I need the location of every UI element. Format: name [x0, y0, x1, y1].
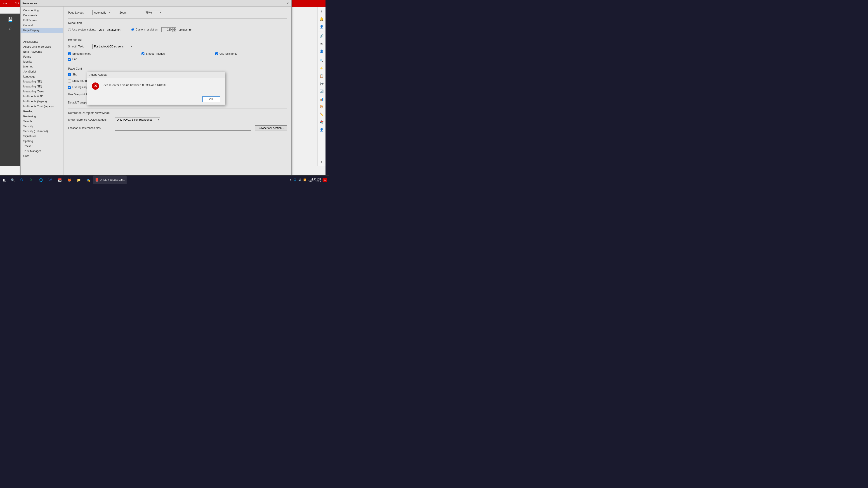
- menu-edit[interactable]: Edit: [13, 1, 21, 5]
- taskbar-wifi-icon[interactable]: 📶: [303, 178, 307, 182]
- taskbar-time[interactable]: 2:34 PM 31/01/2023: [308, 177, 321, 183]
- sidebar-search-icon[interactable]: 🔍: [318, 57, 325, 64]
- alert-dialog: Adobe Acrobat ✕ Please enter a value bet…: [87, 72, 225, 105]
- alert-footer: OK: [87, 94, 225, 105]
- start-button[interactable]: ⊞: [0, 175, 9, 185]
- taskbar-time-value: 2:34 PM: [308, 177, 321, 180]
- sidebar-link-icon[interactable]: 🔗: [318, 32, 325, 39]
- taskbar-word-app[interactable]: W: [46, 175, 55, 185]
- sidebar-comment-icon[interactable]: 💬: [318, 80, 325, 87]
- sidebar-mail-icon[interactable]: ✉: [318, 40, 325, 47]
- right-sidebar: ? 🔔 👤 🔗 ✉ 👤 🔍 ⚡ 📋 💬 🔄 📊 🎨 ✏️ 📚 👤 ↕: [317, 7, 326, 166]
- taskbar-calendar-app[interactable]: 📅: [55, 175, 64, 185]
- alert-ok-button[interactable]: OK: [202, 96, 220, 102]
- taskbar-firefox-app[interactable]: 🦊: [65, 175, 74, 185]
- sidebar-account-icon[interactable]: 👤: [318, 23, 325, 30]
- sidebar-pages-icon[interactable]: 📋: [318, 72, 325, 79]
- alert-x-symbol: ✕: [94, 84, 97, 89]
- taskbar-excel-app[interactable]: X: [27, 175, 36, 185]
- taskbar-misc-app[interactable]: 🎭: [84, 175, 93, 185]
- taskbar-files-app[interactable]: 📁: [74, 175, 83, 185]
- preferences-dialog: Preferences ✕ Commenting Documents Full …: [20, 0, 291, 176]
- alert-overlay: Adobe Acrobat ✕ Please enter a value bet…: [21, 0, 291, 176]
- home-sidebar: 💾 ☆: [0, 13, 20, 166]
- sidebar-export-icon[interactable]: 🔄: [318, 88, 325, 95]
- sidebar-table-icon[interactable]: 📊: [318, 95, 325, 103]
- taskbar-outlook-app[interactable]: O: [17, 175, 26, 185]
- sidebar-pen-icon[interactable]: ✏️: [318, 111, 325, 118]
- alert-titlebar: Adobe Acrobat: [87, 72, 225, 78]
- sidebar-doc-icon[interactable]: 📚: [318, 119, 325, 126]
- sidebar-help-icon[interactable]: ?: [318, 8, 325, 15]
- taskbar-acrobat-label: ORDER_WEB31688...: [100, 178, 125, 181]
- taskbar-volume-icon[interactable]: 🔊: [298, 178, 302, 182]
- taskbar-right: ∧ 🌐 🔊 📶 2:34 PM 31/01/2023 23: [290, 177, 329, 183]
- taskbar-chrome-app[interactable]: 🌐: [36, 175, 45, 185]
- alert-error-icon: ✕: [92, 83, 99, 90]
- notification-badge: 23: [322, 178, 327, 182]
- taskbar: ⊞ 🔍 O X 🌐 W 📅 🦊 📁 🎭 📕 ORDER_WEB31688...: [0, 175, 329, 184]
- taskbar-notification-indicator[interactable]: ∧: [290, 178, 291, 182]
- sidebar-lightning-icon[interactable]: ⚡: [318, 65, 325, 72]
- home-star-icon[interactable]: ☆: [6, 24, 14, 33]
- sidebar-user-icon[interactable]: 👤: [318, 48, 325, 55]
- sidebar-person-icon[interactable]: 👤: [318, 126, 325, 133]
- taskbar-search-button[interactable]: 🔍: [9, 175, 16, 185]
- sidebar-collapse-icon[interactable]: ↕: [318, 158, 325, 165]
- menu-file[interactable]: start: [2, 1, 10, 5]
- taskbar-network-icon[interactable]: 🌐: [293, 178, 297, 182]
- taskbar-acrobat-app[interactable]: 📕 ORDER_WEB31688...: [93, 175, 127, 185]
- taskbar-apps: O X 🌐 W 📅 🦊 📁 🎭 📕 ORDER_WEB31688...: [17, 175, 127, 185]
- home-save-icon[interactable]: 💾: [6, 15, 14, 24]
- alert-body: ✕ Please enter a value between 8.33% and…: [87, 78, 225, 94]
- sidebar-palette-icon[interactable]: 🎨: [318, 103, 325, 110]
- taskbar-date-value: 31/01/2023: [308, 180, 321, 183]
- alert-message: Please enter a value between 8.33% and 6…: [103, 83, 220, 87]
- app-window: start Edit V ⊞ Home 💾 ☆ Preferences ✕ Co…: [0, 0, 326, 175]
- sidebar-notification-icon[interactable]: 🔔: [318, 15, 325, 23]
